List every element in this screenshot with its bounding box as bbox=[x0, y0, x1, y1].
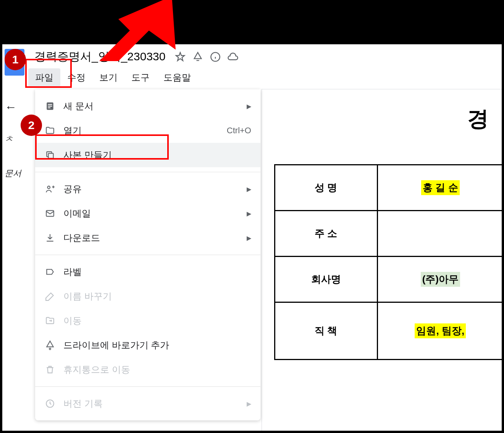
menu-make-copy-label: 사본 만들기 bbox=[63, 149, 251, 161]
cloud-saved-icon[interactable] bbox=[227, 51, 239, 63]
frame-border bbox=[0, 44, 2, 433]
menu-version-history: 버전 기록 ▶ bbox=[35, 391, 260, 416]
open-shortcut: Ctrl+O bbox=[227, 126, 251, 136]
svg-rect-7 bbox=[48, 153, 53, 158]
copy-icon bbox=[44, 149, 56, 161]
back-arrow-icon[interactable]: ← bbox=[5, 100, 21, 114]
move-icon bbox=[44, 315, 56, 326]
callout-badge-2: 2 bbox=[21, 115, 42, 136]
menu-rename-label: 이름 바꾸기 bbox=[63, 290, 251, 302]
drive-add-icon bbox=[44, 339, 56, 351]
menu-new-document[interactable]: 새 문서 ▶ bbox=[35, 94, 260, 118]
menu-share[interactable]: 공유 ▶ bbox=[35, 177, 260, 201]
menu-help[interactable]: 도움말 bbox=[157, 68, 198, 87]
menu-labels[interactable]: 라벨 bbox=[35, 260, 260, 284]
file-dropdown-menu: 새 문서 ▶ 열기 Ctrl+O 사본 만들기 공유 ▶ 이메일 ▶ 다운로드 … bbox=[35, 89, 260, 420]
svg-point-8 bbox=[48, 186, 50, 189]
document-heading: 경 bbox=[262, 105, 504, 134]
menu-download[interactable]: 다운로드 ▶ bbox=[35, 226, 260, 250]
document-icon bbox=[44, 100, 56, 112]
menu-open-label: 열기 bbox=[63, 124, 227, 137]
document-title[interactable]: 경력증명서_양식_230330 bbox=[31, 47, 168, 66]
download-icon bbox=[44, 232, 56, 244]
name-value-cell: 홍 길 순 bbox=[377, 165, 503, 211]
address-label-cell: 주 소 bbox=[275, 211, 378, 257]
menu-move: 이동 bbox=[35, 309, 260, 333]
position-label-cell: 직 책 bbox=[275, 302, 378, 360]
submenu-arrow-icon: ▶ bbox=[247, 400, 251, 407]
name-value: 홍 길 순 bbox=[421, 180, 459, 195]
share-icon bbox=[44, 183, 56, 195]
menu-email-label: 이메일 bbox=[63, 207, 247, 220]
menu-trash: 휴지통으로 이동 bbox=[35, 357, 260, 382]
trash-icon bbox=[44, 364, 56, 375]
menu-email[interactable]: 이메일 ▶ bbox=[35, 201, 260, 226]
company-value-cell: (주)아무 bbox=[377, 257, 503, 302]
menu-file[interactable]: 파일 bbox=[28, 68, 60, 87]
side-doc-label: 문서 bbox=[5, 168, 21, 179]
menu-bar: 파일 수정 보기 도구 도움말 bbox=[28, 68, 499, 87]
menu-share-label: 공유 bbox=[63, 183, 247, 195]
position-value: 임원, 팀장, bbox=[415, 323, 466, 338]
svg-rect-5 bbox=[48, 106, 52, 107]
menu-divider bbox=[35, 255, 260, 255]
menu-rename: 이름 바꾸기 bbox=[35, 284, 260, 309]
label-icon bbox=[44, 266, 56, 278]
svg-rect-4 bbox=[48, 104, 52, 105]
table-row: 주 소 bbox=[275, 211, 504, 257]
side-char: ㅊ bbox=[5, 133, 21, 145]
menu-edit[interactable]: 수정 bbox=[60, 68, 92, 87]
menu-labels-label: 라벨 bbox=[63, 266, 251, 278]
menu-add-shortcut[interactable]: 드라이브에 바로가기 추가 bbox=[35, 333, 260, 357]
submenu-arrow-icon: ▶ bbox=[247, 234, 251, 242]
menu-version-history-label: 버전 기록 bbox=[63, 397, 247, 410]
star-icon[interactable] bbox=[174, 51, 186, 63]
document-content: 경 성 명 홍 길 순 주 소 회사명 (주)아무 직 책 임원, 팀장, bbox=[262, 89, 504, 433]
drive-shortcut-icon[interactable] bbox=[192, 51, 204, 63]
top-black-bar bbox=[0, 0, 504, 44]
table-row: 회사명 (주)아무 bbox=[275, 257, 504, 302]
table-row: 성 명 홍 길 순 bbox=[275, 165, 504, 211]
company-value: (주)아무 bbox=[421, 272, 460, 287]
submenu-arrow-icon: ▶ bbox=[247, 103, 251, 110]
menu-divider bbox=[35, 386, 260, 387]
menu-make-copy[interactable]: 사본 만들기 bbox=[35, 143, 260, 167]
submenu-arrow-icon: ▶ bbox=[247, 186, 251, 193]
menu-download-label: 다운로드 bbox=[63, 232, 247, 244]
menu-open[interactable]: 열기 Ctrl+O bbox=[35, 118, 260, 143]
menu-add-shortcut-label: 드라이브에 바로가기 추가 bbox=[63, 339, 251, 351]
menu-move-label: 이동 bbox=[63, 315, 251, 327]
submenu-arrow-icon: ▶ bbox=[247, 210, 251, 217]
company-label-cell: 회사명 bbox=[275, 257, 378, 302]
history-icon bbox=[44, 398, 56, 409]
name-label-cell: 성 명 bbox=[275, 165, 378, 211]
menu-trash-label: 휴지통으로 이동 bbox=[63, 364, 251, 376]
svg-rect-6 bbox=[48, 107, 50, 108]
frame-border bbox=[0, 431, 504, 433]
frame-border bbox=[502, 44, 504, 433]
address-value-cell bbox=[377, 211, 503, 257]
table-row: 직 책 임원, 팀장, bbox=[275, 302, 504, 360]
menu-new-document-label: 새 문서 bbox=[63, 100, 247, 112]
info-icon[interactable] bbox=[210, 51, 221, 63]
menu-view[interactable]: 보기 bbox=[92, 68, 124, 87]
folder-icon bbox=[44, 125, 56, 136]
document-table: 성 명 홍 길 순 주 소 회사명 (주)아무 직 책 임원, 팀장, bbox=[274, 164, 504, 360]
menu-divider bbox=[35, 172, 260, 172]
position-value-cell: 임원, 팀장, bbox=[377, 302, 503, 360]
app-header: 경력증명서_양식_230330 파일 수정 보기 도구 도움말 bbox=[0, 44, 504, 87]
callout-badge-1: 1 bbox=[5, 49, 26, 70]
menu-tools[interactable]: 도구 bbox=[124, 68, 157, 87]
rename-icon bbox=[44, 291, 56, 302]
email-icon bbox=[44, 208, 56, 219]
